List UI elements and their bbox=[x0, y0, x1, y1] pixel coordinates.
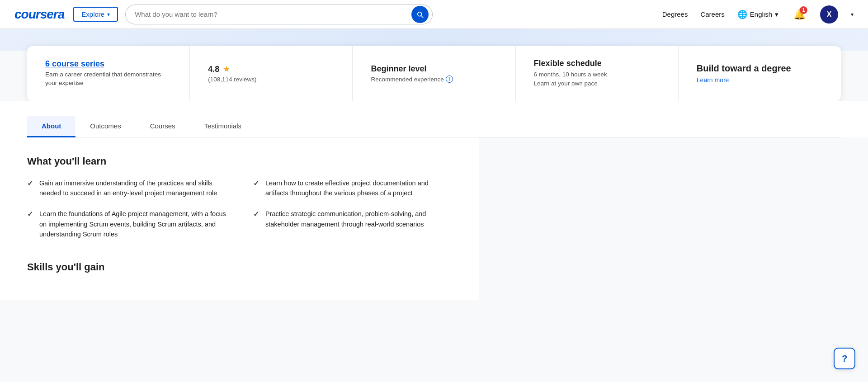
info-card-wrap: 6 course series Earn a career credential… bbox=[0, 46, 868, 101]
rating-number: 4.8 bbox=[208, 65, 219, 74]
learn-text-1: Gain an immersive understanding of the p… bbox=[39, 178, 226, 198]
check-icon: ✓ bbox=[253, 179, 259, 188]
navbar: coursera Explore ▾ Degrees Careers 🌐 Eng… bbox=[0, 0, 868, 29]
tabs: About Outcomes Courses Testimonials bbox=[27, 116, 841, 137]
tabs-wrap: About Outcomes Courses Testimonials bbox=[0, 101, 868, 137]
learn-text-3: Learn the foundations of Agile project m… bbox=[39, 209, 226, 239]
check-icon: ✓ bbox=[27, 179, 33, 188]
flexible-sub: 6 months, 10 hours a week Learn at your … bbox=[534, 70, 660, 89]
tab-about[interactable]: About bbox=[27, 116, 75, 137]
degree-section: Build toward a degree Learn more bbox=[679, 46, 841, 101]
learn-grid: ✓ Gain an immersive understanding of the… bbox=[27, 178, 452, 240]
user-chevron-icon[interactable]: ▾ bbox=[851, 11, 854, 18]
user-avatar[interactable]: X bbox=[820, 5, 838, 24]
globe-icon: 🌐 bbox=[737, 9, 747, 19]
level-sub: Recommended experience i bbox=[371, 75, 497, 83]
learn-item: ✓ Learn the foundations of Agile project… bbox=[27, 209, 226, 239]
learn-text-2: Learn how to create effective project do… bbox=[265, 178, 452, 198]
check-icon: ✓ bbox=[253, 210, 259, 218]
explore-button[interactable]: Explore ▾ bbox=[73, 7, 118, 22]
language-selector[interactable]: 🌐 English ▾ bbox=[737, 9, 778, 19]
notifications-button[interactable]: 🔔 1 bbox=[791, 6, 807, 23]
explore-chevron-icon: ▾ bbox=[107, 11, 110, 18]
rating-section: 4.8 ★ (108,114 reviews) bbox=[190, 46, 353, 101]
learn-item: ✓ Learn how to create effective project … bbox=[253, 178, 452, 198]
course-series-link[interactable]: 6 course series bbox=[45, 59, 171, 69]
level-title: Beginner level bbox=[371, 64, 497, 74]
tab-courses[interactable]: Courses bbox=[136, 116, 190, 137]
search-button[interactable] bbox=[411, 6, 429, 23]
rating-reviews: (108,114 reviews) bbox=[208, 76, 334, 83]
search-icon bbox=[416, 10, 424, 19]
info-icon[interactable]: i bbox=[446, 75, 453, 83]
main-content: What you'll learn ✓ Gain an immersive un… bbox=[0, 137, 479, 300]
rating-row: 4.8 ★ bbox=[208, 64, 334, 74]
careers-link[interactable]: Careers bbox=[700, 10, 724, 18]
coursera-logo[interactable]: coursera bbox=[14, 7, 64, 22]
language-label: English bbox=[750, 10, 772, 18]
star-icon: ★ bbox=[223, 64, 230, 74]
search-bar bbox=[125, 5, 433, 24]
skills-title: Skills you'll gain bbox=[27, 261, 452, 273]
learn-item: ✓ Practice strategic communication, prob… bbox=[253, 209, 452, 239]
tab-testimonials[interactable]: Testimonials bbox=[190, 116, 256, 137]
navbar-right: Degrees Careers 🌐 English ▾ 🔔 1 X ▾ bbox=[662, 5, 854, 24]
learn-text-4: Practice strategic communication, proble… bbox=[265, 209, 452, 229]
tab-outcomes[interactable]: Outcomes bbox=[75, 116, 135, 137]
degrees-link[interactable]: Degrees bbox=[662, 10, 688, 18]
info-card: 6 course series Earn a career credential… bbox=[27, 46, 841, 101]
learn-item: ✓ Gain an immersive understanding of the… bbox=[27, 178, 226, 198]
flexible-section: Flexible schedule 6 months, 10 hours a w… bbox=[516, 46, 679, 101]
learn-more-link[interactable]: Learn more bbox=[697, 76, 823, 84]
course-series-section: 6 course series Earn a career credential… bbox=[27, 46, 190, 101]
flexible-title: Flexible schedule bbox=[534, 59, 660, 68]
search-input[interactable] bbox=[135, 10, 411, 18]
what-you-learn-title: What you'll learn bbox=[27, 156, 452, 167]
check-icon: ✓ bbox=[27, 210, 33, 218]
notification-badge: 1 bbox=[800, 6, 807, 14]
degree-title: Build toward a degree bbox=[697, 63, 823, 74]
course-series-sub: Earn a career credential that demonstrat… bbox=[45, 71, 171, 88]
language-chevron-icon: ▾ bbox=[775, 10, 778, 19]
level-section: Beginner level Recommended experience i bbox=[353, 46, 515, 101]
